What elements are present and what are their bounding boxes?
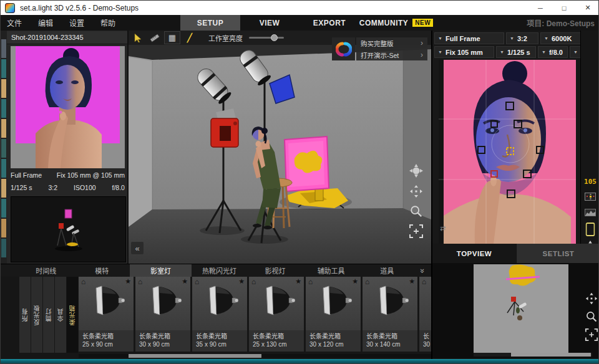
- tab-community[interactable]: COMMUNITY NEW: [360, 15, 432, 31]
- select-cursor-tool[interactable]: [130, 32, 145, 44]
- swap-view-icon[interactable]: ⇄: [440, 224, 446, 232]
- project-label: 项目: Demo-Setups: [527, 15, 595, 31]
- topview-panel[interactable]: [432, 263, 599, 358]
- desktop-edge-strip: [1, 359, 599, 364]
- white-balance-dropdown[interactable]: ▼ 6000K: [540, 32, 584, 44]
- home-icon[interactable]: ⌂: [251, 277, 256, 286]
- tab-speedlights[interactable]: 热靴闪光灯: [192, 264, 248, 277]
- tab-timeline[interactable]: 时间线: [18, 264, 74, 277]
- shot-thumbnail[interactable]: [1, 239, 6, 257]
- menu-edit[interactable]: 编辑: [38, 17, 53, 28]
- fit-view-icon[interactable]: [409, 224, 424, 239]
- shot-thumbnail[interactable]: [1, 39, 6, 58]
- studio-scene[interactable]: [129, 45, 431, 264]
- grid-tool[interactable]: ▦: [164, 31, 180, 44]
- tab-setlist[interactable]: SETLIST: [517, 244, 599, 263]
- softbox-card[interactable]: ⌂ 长 30: [419, 277, 431, 352]
- category-tube[interactable]: 筒灯: [43, 277, 54, 353]
- topview-pan-icon[interactable]: [585, 292, 598, 305]
- softbox-card[interactable]: ⌂ ★ 长条柔光箱 35 x 90 cm: [192, 277, 247, 352]
- measure-tool[interactable]: [147, 32, 162, 44]
- focal-length-badge: 105: [581, 178, 599, 186]
- menu-help[interactable]: 帮助: [100, 17, 115, 28]
- shot-preview-image[interactable]: [11, 46, 125, 168]
- favorite-icon[interactable]: ★: [409, 277, 415, 285]
- tab-model[interactable]: 模特: [74, 264, 130, 277]
- minimize-button[interactable]: ─: [528, 1, 552, 15]
- zoom-control-icon[interactable]: [409, 204, 423, 218]
- home-icon[interactable]: ⌂: [138, 277, 142, 286]
- category-reflector[interactable]: 反光板: [31, 277, 42, 353]
- collapse-panel-button[interactable]: «: [131, 242, 144, 254]
- mini-scene-view[interactable]: [11, 196, 126, 262]
- af-grid-icon[interactable]: [585, 193, 596, 201]
- slider-handle[interactable]: [271, 34, 278, 41]
- favorite-icon[interactable]: ★: [238, 277, 245, 285]
- shot-thumbnail[interactable]: [1, 159, 6, 178]
- orbit-control-icon[interactable]: [409, 163, 424, 178]
- topview-zoom-icon[interactable]: [585, 310, 598, 323]
- format-dropdown[interactable]: ▼ Full Frame: [434, 32, 504, 44]
- studio-brightness-slider[interactable]: [249, 37, 284, 39]
- home-icon[interactable]: ⌂: [365, 277, 369, 286]
- category-umbrella[interactable]: 伞具: [55, 277, 66, 353]
- tab-topview[interactable]: TOPVIEW: [432, 244, 517, 263]
- pan-control-icon[interactable]: [409, 184, 424, 199]
- shot-thumbnail[interactable]: [1, 139, 6, 158]
- topview-scrollbar[interactable]: [474, 353, 592, 357]
- tab-video-lights[interactable]: 影视灯: [247, 264, 303, 277]
- category-softbox[interactable]: 柔光箱: [67, 277, 78, 353]
- favorite-icon[interactable]: ★: [295, 277, 301, 285]
- topview-fit-icon[interactable]: [585, 328, 598, 342]
- menu-file[interactable]: 文件: [7, 17, 22, 28]
- shutter-dropdown[interactable]: ▼ 1/125 s: [496, 46, 536, 58]
- shot-thumbnail[interactable]: [1, 79, 6, 98]
- shot-filmstrip[interactable]: [1, 31, 7, 264]
- open-demo-label: 打开演示-Set: [361, 50, 399, 60]
- favorite-icon[interactable]: ★: [125, 277, 131, 285]
- shot-thumbnail[interactable]: [1, 179, 6, 198]
- portrait-frame-icon[interactable]: [586, 223, 595, 236]
- softbox-card[interactable]: ⌂ ★ 长条柔光箱 30 x 120 cm: [306, 277, 361, 352]
- menu-settings[interactable]: 设置: [69, 17, 84, 28]
- close-button[interactable]: ✕: [576, 1, 599, 15]
- shot-thumbnail[interactable]: [1, 199, 6, 218]
- shot-name-header[interactable]: Shot-20191004-233345: [7, 31, 127, 44]
- open-demo-set-button[interactable]: 打开演示-Set ›: [356, 49, 427, 60]
- shot-thumbnail[interactable]: [1, 219, 6, 237]
- lens-dropdown[interactable]: ▼ Fix 105 mm: [434, 46, 494, 58]
- camera-preview[interactable]: ⇄: [439, 60, 576, 244]
- line-tool[interactable]: ╱: [182, 32, 197, 44]
- aspect-dropdown[interactable]: ▼ 3:2: [506, 32, 538, 44]
- softbox-card[interactable]: ⌂ ★ 长条柔光箱 30 x 140 cm: [363, 277, 417, 352]
- favorite-icon[interactable]: ★: [352, 277, 358, 285]
- tab-export[interactable]: EXPORT: [306, 15, 353, 31]
- home-icon[interactable]: ⌂: [308, 277, 313, 286]
- home-icon[interactable]: ⌂: [422, 277, 426, 286]
- favorite-icon[interactable]: ★: [182, 277, 188, 285]
- softbox-card[interactable]: ⌂ ★ 长条柔光箱 25 x 130 cm: [249, 277, 304, 352]
- home-icon[interactable]: ⌂: [81, 277, 85, 286]
- tab-view[interactable]: VIEW: [248, 15, 291, 31]
- library-scrollbar[interactable]: [79, 354, 431, 358]
- home-icon[interactable]: ⌂: [195, 277, 199, 286]
- tab-studio-lights[interactable]: 影室灯: [130, 264, 192, 277]
- shot-thumbnail[interactable]: [1, 99, 6, 118]
- tab-props[interactable]: 道具: [359, 264, 415, 277]
- shot-thumbnail[interactable]: [1, 119, 6, 138]
- softbox-card[interactable]: ⌂ ★ 长条柔光箱 25 x 90 cm: [79, 277, 134, 352]
- tab-label: 影室灯: [150, 266, 171, 275]
- shot-thumbnail[interactable]: [1, 59, 6, 78]
- topview-scrollbar-thumb[interactable]: [511, 353, 591, 357]
- softbox-card[interactable]: ⌂ ★ 长条柔光箱 30 x 90 cm: [135, 277, 190, 352]
- collapse-library-button[interactable]: »: [415, 264, 431, 277]
- histogram-icon[interactable]: [585, 209, 596, 216]
- aperture-dropdown[interactable]: ▼ f/8.0: [538, 46, 568, 58]
- library-scrollbar-thumb[interactable]: [129, 354, 261, 358]
- tab-tools[interactable]: 辅助工具: [303, 264, 359, 277]
- buy-full-version-button[interactable]: 购买完整版 ›: [356, 37, 427, 49]
- tab-setup[interactable]: SETUP: [180, 15, 240, 31]
- maximize-button[interactable]: □: [552, 1, 576, 15]
- category-all[interactable]: 所有: [19, 277, 31, 353]
- double-chevron-down-icon: »: [418, 268, 427, 272]
